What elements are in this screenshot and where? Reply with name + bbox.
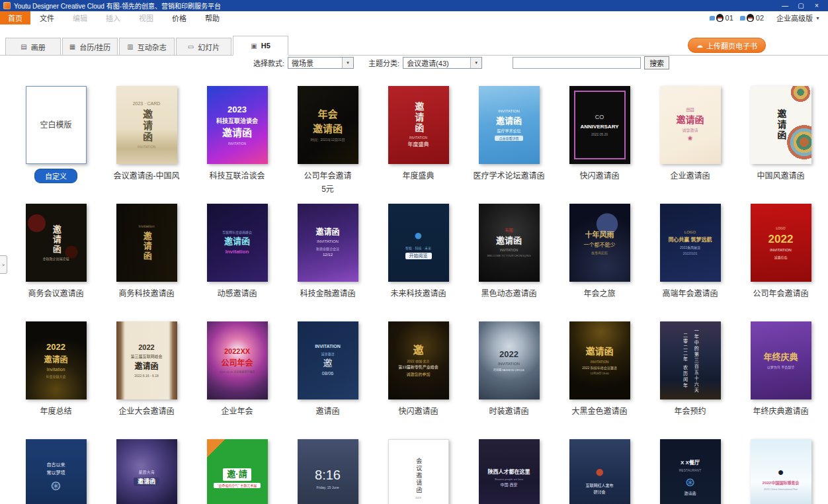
thumbnail-art: 邀请函INVITATION新商业联合会议12/12	[298, 226, 358, 259]
thumbnail-text: 点击查看详情	[495, 136, 522, 141]
chevron-down-icon: ▼	[815, 16, 820, 21]
thumbnail-art: 8:16Friday, 15 June	[298, 465, 358, 491]
template-thumbnail[interactable]: 田园邀请函诚挚邀请❀	[660, 86, 721, 164]
template-thumbnail[interactable]: 空白模版	[26, 86, 87, 164]
template-card: X X餐厅RESTAURANT⊛邀请函	[645, 439, 735, 504]
menu-item-0[interactable]: 首页	[0, 11, 30, 24]
tab-3[interactable]: ▭幻灯片	[176, 38, 231, 55]
template-thumbnail[interactable]: 2022邀请函Invitation年度总结大会	[26, 321, 87, 399]
tab-label: 互动杂志	[138, 42, 167, 52]
template-thumbnail[interactable]: 邀请函INVITATION2022 科技年终会议邀请12月28日 19:00	[569, 321, 630, 399]
template-thumbnail[interactable]: 年终庆典以梦为马 不负韶华	[751, 321, 811, 399]
tab-label: 台历/挂历	[79, 42, 110, 52]
template-thumbnail[interactable]: 会议邀请函2019	[388, 439, 449, 504]
album-icon: ▤	[21, 43, 26, 50]
qq-account-list: 0102	[710, 14, 765, 22]
template-thumbnail[interactable]: INVITATION邀请函医疗学术论坛点击查看详情	[479, 86, 540, 164]
upload-ebook-button[interactable]: ☁ 上传翻页电子书	[688, 38, 766, 53]
style-select[interactable]: 微场景 ▼	[288, 57, 354, 69]
thumbnail-text: 2022中国国际博览会	[763, 481, 799, 486]
thumbnail-art: 田园邀请函诚挚邀请❀	[660, 106, 721, 145]
tab-1[interactable]: ▦台历/挂历	[62, 38, 118, 55]
template-thumbnail[interactable]: 邀请函	[751, 86, 811, 164]
thumbnail-art: 年终庆典以梦为马 不负韶华	[751, 350, 811, 371]
minimize-button[interactable]: —	[777, 1, 793, 11]
template-card: 田园邀请函诚挚邀请❀企业邀请函	[645, 86, 735, 204]
template-thumbnail[interactable]: ●2022中国国际博览会2022 China International Fai…	[751, 439, 811, 504]
panel-collapse-handle[interactable]: >	[0, 255, 7, 274]
template-thumbnail[interactable]: 邀2022 中国·北京第13届新零售产业峰会诚邀您的参加	[388, 321, 449, 399]
thumbnail-text: INVITATION	[498, 362, 520, 367]
thumbnail-text: Invitation	[138, 224, 154, 230]
template-card: 有图邀请函INVITATIONWELCOME TO YOUR CHONGQING…	[464, 204, 554, 321]
thumbnail-text: CO	[595, 114, 604, 121]
template-thumbnail[interactable]: 2022第三届互联网峰会邀请函2022.6.16 - 6.18	[116, 321, 177, 399]
template-thumbnail[interactable]: 十年风雨一个都不能少故事再起航	[569, 204, 630, 282]
thumbnail-text: 自古以来	[47, 462, 65, 468]
template-thumbnail[interactable]: 8:16Friday, 15 June	[298, 439, 358, 504]
tab-h5[interactable]: ▣H5	[233, 36, 288, 56]
thumbnail-art: 2022XX公司年会2022-12-25 北京荣美悦华酒店	[207, 345, 268, 376]
search-button[interactable]: 搜索	[644, 56, 669, 69]
template-thumbnail[interactable]: LOGO2022INVITATION诚邀莅临	[751, 204, 811, 282]
template-thumbnail[interactable]: 邀·請“会呼吸的空气” 主题艺术展	[207, 439, 268, 504]
template-thumbnail[interactable]: X X餐厅RESTAURANT⊛邀请函	[660, 439, 721, 504]
qq-account-0[interactable]: 01	[710, 14, 733, 22]
template-thumbnail[interactable]: 星辰大海邀请函	[116, 439, 177, 504]
template-thumbnail[interactable]: 互联网年度盛典峰会邀请函Invitation	[207, 204, 268, 282]
template-thumbnail[interactable]: 邀请函金秋政企高端论坛	[26, 204, 87, 282]
template-name: 公司年会邀请	[304, 169, 351, 181]
template-thumbnail[interactable]: 邀请函INVITATION年度盛典	[388, 86, 449, 164]
thumbnail-text: 研讨会	[593, 490, 605, 495]
thumbnail-text: RESTAURANT	[679, 468, 702, 472]
template-thumbnail[interactable]: ●互联网红人发布研讨会	[569, 439, 630, 504]
thumbnail-text: 邀请函	[44, 355, 67, 365]
thumbnail-text: INVITATION	[138, 145, 155, 149]
maximize-button[interactable]: ▢	[793, 1, 809, 11]
thumbnail-art: LOGO同心共赢 筑梦远航2022乘风破浪20220101	[660, 228, 721, 258]
close-button[interactable]: ×	[809, 1, 825, 11]
template-card: 空白模版自定义	[11, 86, 101, 204]
customize-button[interactable]: 自定义	[34, 169, 77, 183]
category-select[interactable]: 会议邀请(43) ▼	[403, 57, 482, 69]
template-thumbnail[interactable]: 年会邀请函时间：2021年12月31日	[298, 86, 358, 164]
edition-dropdown[interactable]: 企业高级版 ▼	[776, 13, 820, 23]
template-thumbnail[interactable]: 邀请函INVITATION新商业联合会议12/12	[298, 204, 358, 282]
thumbnail-text: ❀	[688, 135, 693, 142]
thumbnail-text: 空白模版	[40, 120, 71, 130]
search-input[interactable]	[513, 57, 641, 69]
tab-2[interactable]: ▥互动杂志	[119, 38, 175, 55]
thumbnail-text: 2022乘风破浪	[680, 245, 700, 249]
menu-bar: 首页文件编辑插入视图价格帮助 0102 企业高级版 ▼	[0, 11, 828, 24]
tab-0[interactable]: ▤画册	[5, 38, 61, 55]
template-thumbnail[interactable]: 自古以来常以梦境⊛	[26, 439, 87, 504]
template-thumbnail[interactable]: 陕西人才都在这里Shaanxi people are here中国·西安	[479, 439, 540, 504]
thumbnail-art: 2022INVITATION时尚圈 FASHION CIRCLE	[479, 347, 540, 374]
template-thumbnail[interactable]: INVITATION诚挚邀请邀08/06	[298, 321, 358, 399]
template-thumbnail[interactable]: Invitation邀请函	[116, 204, 177, 282]
thumbnail-text: 星辰大海	[138, 470, 154, 476]
thumbnail-text: 12月28日 19:00	[590, 372, 608, 375]
template-card: 星辰大海邀请函	[101, 439, 192, 504]
thumbnail-text: INVITATION	[317, 239, 339, 245]
template-name: 公司年会邀请函	[753, 287, 808, 298]
template-thumbnail[interactable]: LOGO同心共赢 筑梦远航2022乘风破浪20220101	[660, 204, 721, 282]
thumbnail-art: 2023 · CARD邀请函INVITATION	[116, 99, 177, 151]
template-name: 医疗学术论坛邀请函	[473, 169, 544, 181]
thumbnail-text: 中国·西安	[501, 483, 518, 488]
template-thumbnail[interactable]: COANNIVERSARY2022.05.20	[569, 86, 630, 164]
template-thumbnail[interactable]: 2023 · CARD邀请函INVITATION	[116, 86, 177, 164]
qq-account-1[interactable]: 02	[740, 14, 764, 22]
template-thumbnail[interactable]: 2023科技互联洽谈会邀请函INVITATION	[207, 86, 268, 164]
template-thumbnail[interactable]: 2022XX公司年会2022-12-25 北京荣美悦华酒店	[207, 321, 268, 399]
template-thumbnail[interactable]: ●智能 · 科技 · 未来开始阅览	[388, 204, 449, 282]
menu-item-5[interactable]: 价格	[163, 11, 196, 24]
chevron-down-icon[interactable]: ▼	[470, 58, 481, 68]
thumbnail-text: 诚挚邀请	[682, 128, 698, 134]
menu-item-1[interactable]: 文件	[30, 11, 63, 24]
template-thumbnail[interactable]: 二零二二年 农历闰年一年中的第三百五十六天	[660, 321, 721, 399]
menu-item-6[interactable]: 帮助	[196, 11, 229, 24]
chevron-down-icon[interactable]: ▼	[342, 58, 353, 68]
template-thumbnail[interactable]: 2022INVITATION时尚圈 FASHION CIRCLE	[479, 321, 540, 399]
template-thumbnail[interactable]: 有图邀请函INVITATIONWELCOME TO YOUR CHONGQING	[479, 204, 540, 282]
